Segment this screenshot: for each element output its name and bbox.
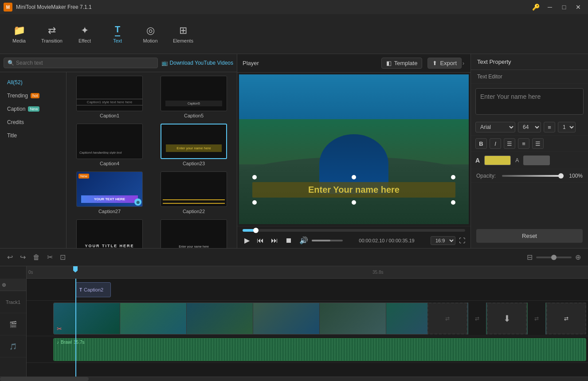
- template-caption4-thumb[interactable]: Caption4 handwriting style text: [76, 124, 143, 159]
- align-left-button[interactable]: ☰: [504, 138, 515, 149]
- toolbar-transition[interactable]: ⇄ Transition: [36, 17, 67, 51]
- youtube-icon: 📺: [161, 60, 168, 66]
- play-button[interactable]: ▶: [243, 235, 251, 245]
- left-content: All(52) Trending hot Caption New Credits…: [0, 72, 237, 248]
- template-caption-enter-thumb[interactable]: Enter your name here: [161, 219, 227, 248]
- volume-slider[interactable]: [312, 240, 343, 241]
- transition-slot-3[interactable]: ⬇: [487, 303, 527, 334]
- template-caption-title[interactable]: YOUR TITLE HERE Caption: [70, 219, 149, 248]
- template-caption23-thumb[interactable]: Enter your name here: [161, 124, 227, 159]
- prev-button[interactable]: ⏮: [255, 236, 266, 245]
- pin-button[interactable]: 🔑: [529, 2, 542, 12]
- elements-label: Elements: [173, 38, 193, 43]
- line-spacing-select[interactable]: 1 1.5 2: [558, 122, 576, 132]
- crop-button[interactable]: ⊡: [58, 251, 67, 263]
- titlebar: M MiniTool MovieMaker Free 7.1.1 🔑 ─ □ ✕: [0, 0, 588, 14]
- template-caption27-thumb[interactable]: New YOUR TEXT HERE ⊕: [76, 171, 143, 207]
- window-controls: 🔑 ─ □ ✕: [529, 2, 584, 12]
- template-button[interactable]: ◧ Template: [381, 58, 423, 69]
- template-caption5[interactable]: Caption5 Caption5: [154, 76, 233, 118]
- caption-track[interactable]: T Caption2: [75, 282, 111, 297]
- cut-button[interactable]: ✂: [45, 251, 55, 263]
- search-box[interactable]: 🔍: [4, 58, 158, 68]
- search-input[interactable]: [16, 60, 154, 66]
- video-frame-4: [253, 303, 320, 334]
- indent-button[interactable]: ≡: [544, 122, 555, 132]
- template-caption-enter[interactable]: Enter your name here Caption: [154, 219, 233, 248]
- font-size-select[interactable]: 64 48 32 24 18: [518, 122, 541, 132]
- zoom-controls: ⊟ ⊕: [525, 251, 583, 263]
- font-family-select[interactable]: Arial Times New Roman Courier New: [475, 122, 515, 132]
- timeline-content: 0s 35.8s T Caption2: [27, 266, 588, 377]
- next-button[interactable]: ⏭: [269, 236, 280, 245]
- motion-label: Motion: [143, 38, 157, 43]
- template-caption1[interactable]: Caption1 style text here here Caption1: [70, 76, 149, 118]
- add-track-button[interactable]: ⊕: [2, 282, 6, 288]
- collapse-panel-button[interactable]: ›: [462, 59, 465, 67]
- timeline-labels: ⊕ Track1 🎬 🎵: [0, 266, 27, 377]
- italic-button[interactable]: I: [490, 138, 501, 149]
- zoom-out-button[interactable]: ⊟: [525, 251, 534, 263]
- category-title[interactable]: Title: [0, 129, 66, 142]
- align-right-button[interactable]: ☰: [532, 138, 544, 149]
- template-caption22-thumb[interactable]: [161, 171, 227, 207]
- audio-track-name: Brawl: [61, 340, 72, 345]
- transition-slot-2[interactable]: ⇄: [468, 303, 486, 334]
- text-style-row: B I ☰ ≡ ☰: [471, 136, 588, 152]
- delete-button[interactable]: 🗑: [31, 252, 42, 263]
- progress-bar[interactable]: [243, 229, 465, 232]
- toolbar-effect[interactable]: ✦ Effect: [69, 17, 100, 51]
- redo-button[interactable]: ↪: [18, 251, 27, 263]
- horizontal-scrollbar[interactable]: [0, 377, 588, 381]
- maximize-button[interactable]: □: [558, 2, 570, 12]
- aspect-ratio-select[interactable]: 16:9 9:16 4:3 1:1: [431, 236, 455, 245]
- audio-track[interactable]: [53, 338, 586, 361]
- category-trending[interactable]: Trending hot: [0, 89, 66, 102]
- opacity-slider[interactable]: [502, 175, 563, 177]
- transition-slot-1[interactable]: ⇄: [427, 303, 467, 334]
- undo-button[interactable]: ↩: [5, 251, 15, 263]
- bold-button[interactable]: B: [475, 138, 487, 149]
- video-track-row: ✂ ⇄ ⇄ ⬇ ⇄ ⇄: [27, 301, 588, 336]
- stop-button[interactable]: ⏹: [283, 236, 294, 245]
- caption-text-box[interactable]: Enter Your name here: [252, 182, 455, 198]
- main-content: 🔍 📺 Download YouTube Videos All(52) Tren…: [0, 54, 588, 248]
- player-area: Player ◧ Template ⬆ Export ›: [237, 54, 470, 248]
- download-youtube-btn[interactable]: 📺 Download YouTube Videos: [161, 60, 233, 66]
- minimize-button[interactable]: ─: [544, 2, 556, 12]
- template-caption1-thumb[interactable]: Caption1 style text here here: [76, 76, 143, 111]
- volume-control: 🔊: [298, 235, 343, 245]
- caption-overlay-container: Enter Your name here: [252, 182, 455, 198]
- align-center-button[interactable]: ≡: [518, 138, 529, 149]
- reset-button[interactable]: Reset: [476, 229, 583, 243]
- opacity-label: Opacity:: [476, 173, 498, 179]
- caption-t-icon: T: [79, 288, 82, 292]
- category-credits[interactable]: Credits: [0, 116, 66, 129]
- scrollbar-handle[interactable]: [0, 377, 89, 381]
- zoom-in-button[interactable]: ⊕: [573, 251, 583, 263]
- progress-handle[interactable]: [253, 228, 259, 233]
- outline-color-picker[interactable]: [523, 156, 550, 165]
- close-button[interactable]: ✕: [572, 2, 584, 12]
- fullscreen-button[interactable]: ⛶: [459, 237, 465, 244]
- toolbar-media[interactable]: 📁 Media: [4, 17, 35, 51]
- category-all[interactable]: All(52): [0, 76, 66, 89]
- category-caption[interactable]: Caption New: [0, 102, 66, 116]
- audio-icon: 🎵: [9, 343, 17, 350]
- mute-button[interactable]: 🔊: [298, 235, 310, 245]
- text-color-picker[interactable]: [484, 156, 511, 165]
- template-caption5-thumb[interactable]: Caption5: [161, 76, 227, 111]
- zoom-slider[interactable]: [536, 257, 572, 258]
- toolbar-elements[interactable]: ⊞ Elements: [168, 17, 199, 51]
- template-caption22[interactable]: Caption22: [154, 171, 233, 214]
- template-caption4[interactable]: Caption4 handwriting style text Caption4: [70, 124, 149, 166]
- template-caption27[interactable]: New YOUR TEXT HERE ⊕ Caption27: [70, 171, 149, 214]
- text-editor-area[interactable]: Enter Your name here: [475, 88, 584, 115]
- toolbar-motion[interactable]: ◎ Motion: [135, 17, 166, 51]
- toolbar-text[interactable]: T Text: [102, 17, 133, 51]
- export-button[interactable]: ⬆ Export: [427, 58, 462, 69]
- transition-slot-4[interactable]: ⇄: [528, 303, 545, 334]
- template-caption23[interactable]: Enter your name here Caption23: [154, 124, 233, 166]
- template-caption-title-thumb[interactable]: YOUR TITLE HERE: [76, 219, 143, 248]
- transition-slot-5[interactable]: ⇄: [546, 303, 586, 334]
